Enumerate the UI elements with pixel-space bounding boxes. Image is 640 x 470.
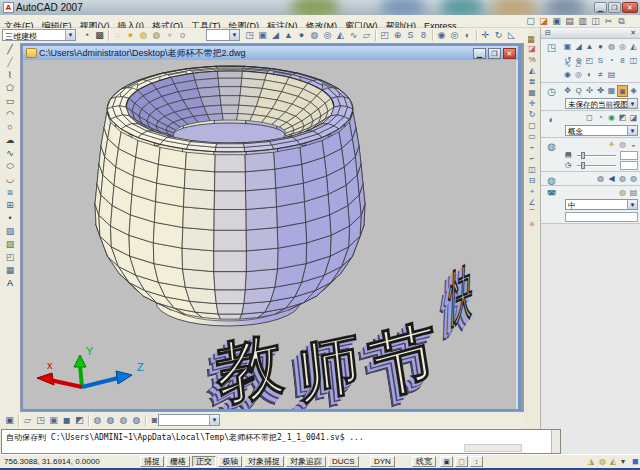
point-icon[interactable]: • [3,212,18,225]
vs-3dwireframe-icon[interactable]: ◳ [34,414,47,427]
open-file-icon[interactable]: ◪ [537,15,550,28]
publish-icon[interactable]: ◫ [589,15,602,28]
cut-icon[interactable]: ✂ [602,15,615,28]
pal-fly-icon[interactable]: ✤ [595,85,606,97]
polysolid-icon[interactable]: ◳ [243,29,256,42]
status-menu-arrow-icon[interactable]: ▾ [621,457,625,466]
panel-light-panel-icon[interactable]: ◍ [543,140,560,154]
pal-union-icon[interactable]: ◉ [562,69,573,81]
table-icon[interactable]: ▦ [3,264,18,277]
panel-3d-navigate-panel-icon[interactable]: ◷ [543,85,560,99]
join-icon[interactable]: + [525,186,539,197]
drawing-canvas[interactable]: 教教教教教教教教师师师师师师师师节节节节节节节节快快快快快快快快快xYZ [23,60,516,409]
light-glyph-icon[interactable]: ◍ [617,139,628,151]
sphere-icon[interactable]: ● [295,29,308,42]
erase-icon[interactable]: ◪ [525,43,539,54]
toggle-对象捕捉[interactable]: 对象捕捉 [244,456,284,467]
pal-walk-icon[interactable]: ✣ [584,85,595,97]
vs-edge-icon[interactable]: ◪ [628,112,639,124]
pal-cone-icon[interactable]: ▲ [584,41,595,53]
palette-close-icon[interactable]: ✕ [630,29,636,37]
fillet-icon[interactable]: ⌒ [525,208,539,219]
cui-icon[interactable]: ▩ [93,29,106,42]
vs-realistic-icon[interactable]: ◼ [60,414,73,427]
sweep-icon[interactable]: S [404,29,417,42]
sun-status-icon[interactable]: ☀ [606,139,617,151]
pal-loft-icon[interactable]: 8 [617,55,628,67]
vs-face-icon[interactable]: ◩ [617,112,628,124]
render-crop-icon[interactable]: ◍ [104,414,117,427]
workspace-combo[interactable]: 三维建模▼ [2,29,76,41]
pal-views-icon[interactable]: ◈ [628,85,639,97]
command-window[interactable]: 自动保存到 C:\Users\ADMINI~1\AppData\Local\Te… [1,429,561,454]
subtract-icon[interactable]: ◎ [448,29,461,42]
make-block-icon[interactable]: ⊞ [3,199,18,212]
line-icon[interactable]: ╱ [3,43,18,56]
break-icon[interactable]: ⊟ [525,175,539,186]
intersect-icon[interactable]: ◐ [461,29,474,42]
box-icon[interactable]: ▣ [256,29,269,42]
cylinder-icon[interactable]: ◍ [308,29,321,42]
polygon-icon[interactable]: ⬠ [3,82,18,95]
copy-clip-icon[interactable]: ⧉ [615,15,628,28]
pal-pan-icon[interactable]: ✥ [562,85,573,97]
annotation-auto-icon[interactable]: ◭ [610,457,616,466]
pal-pyramid-icon[interactable]: ◭ [628,41,639,53]
pal-presspull-icon[interactable]: ⊕ [573,55,584,67]
palette-header[interactable]: ⊟ ✕ [541,28,640,39]
copy-icon[interactable]: % [525,54,539,65]
light-list-icon[interactable]: ▫ [163,29,176,42]
plot-icon[interactable]: ▤ [563,15,576,28]
brightness-slider[interactable]: ▤ [565,151,638,161]
revision-cloud-icon[interactable]: ☁ [3,134,18,147]
contrast-slider[interactable]: ◷ [565,161,638,171]
close-button[interactable]: ✕ [622,2,638,13]
pal-section-icon[interactable]: ▤ [606,69,617,81]
title-bar[interactable]: A AutoCAD 2007 ▁ ❐ ✕ [0,0,640,15]
insert-block-icon[interactable]: ⧈ [3,186,18,199]
construction-line-icon[interactable]: ╱ [3,56,18,69]
planar-surface-icon[interactable]: ▱ [360,29,373,42]
render-output-icon[interactable]: ▤ [628,187,639,199]
pal-wedge-icon[interactable]: ◢ [573,41,584,53]
panel-3d-make-panel-icon[interactable]: ◳ [543,41,560,55]
annotation-scale-icon[interactable]: ◮ [588,457,594,466]
presspull-icon[interactable]: ⊕ [391,29,404,42]
polyline-icon[interactable]: ⌇ [3,69,18,82]
toggle-DUCS[interactable]: DUCS [328,456,359,467]
light-off-icon[interactable]: ◌ [111,29,124,42]
vs-hidden-icon[interactable]: ▣ [47,414,60,427]
pal-intersect-icon[interactable]: ◐ [584,69,595,81]
mat-globe-icon[interactable]: ◍ [595,173,606,185]
helix-icon[interactable]: ∿ [347,29,360,42]
pyramid-icon[interactable]: ◭ [334,29,347,42]
vs-hidden2-icon[interactable]: ◔ [595,112,606,124]
toggle-栅格[interactable]: 栅格 [166,456,190,467]
rectangle-icon[interactable]: ▭ [3,95,18,108]
plot-preview-icon[interactable]: ▥ [576,15,589,28]
arc-icon[interactable]: ◠ [3,108,18,121]
light-bulb-icon[interactable]: ● [124,29,137,42]
render-quality-combo[interactable]: 中▼ [565,199,638,210]
render-select-icon[interactable]: ◍ [117,414,130,427]
toggle-正交[interactable]: 正交 [192,456,216,467]
annotation-visibility-icon[interactable]: ◍ [599,457,606,466]
doc-minimize-button[interactable]: ▁ [473,48,486,59]
cone-icon[interactable]: ▲ [282,29,295,42]
new-file-icon[interactable]: ▢ [524,15,537,28]
minimize-button[interactable]: ▁ [594,2,607,13]
command-vscrollbar[interactable] [551,430,560,453]
vs-wire-icon[interactable]: ◻ [584,112,595,124]
mat-apply-icon[interactable]: ◀ [606,173,617,185]
save-file-icon[interactable]: ▣ [550,15,563,28]
mirror-icon[interactable]: ◭ [525,65,539,76]
render-settings-icon[interactable]: ◍ [617,187,628,199]
pal-sweep-icon[interactable]: S [595,55,606,67]
extend-icon[interactable]: ⌐ [525,153,539,164]
pal-anim-icon[interactable]: ▦ [606,85,617,97]
trim-icon[interactable]: ⌁ [525,142,539,153]
union-icon[interactable]: ◉ [435,29,448,42]
chamfer-icon[interactable]: ∠ [525,197,539,208]
toggle-线宽[interactable]: 线宽 [412,456,436,467]
wedge-icon[interactable]: ◢ [269,29,282,42]
